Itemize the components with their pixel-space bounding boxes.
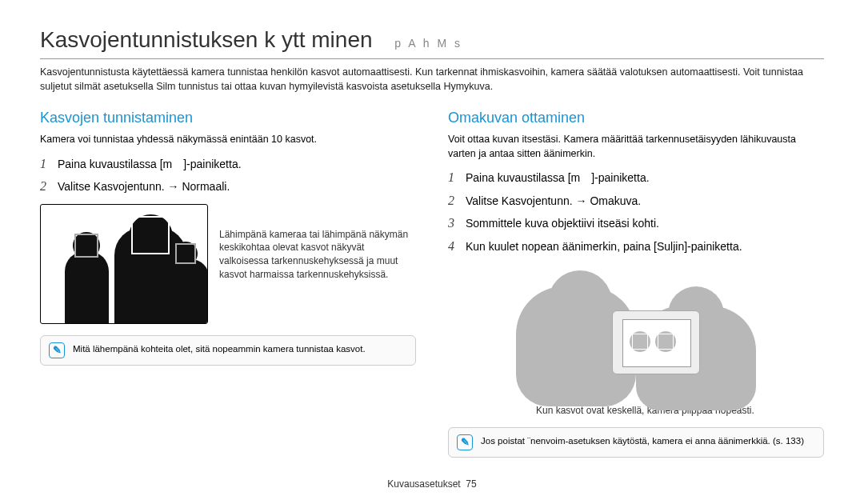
right-column: Omakuvan ottaminen Voit ottaa kuvan itse… <box>448 108 824 458</box>
left-steps: 1Paina kuvaustilassa [m ]-painiketta. 2V… <box>40 155 416 196</box>
self-portrait-illustration <box>516 266 756 402</box>
page-footer: Kuvausasetukset 75 <box>0 478 864 491</box>
figure-row: Lähimpänä kameraa tai lähimpänä näkymän … <box>40 204 416 324</box>
left-heading: Kasvojen tunnistaminen <box>40 108 416 128</box>
list-item: 3Sommittele kuva objektiivi itseäsi koht… <box>448 214 824 232</box>
step-number: 2 <box>448 192 466 210</box>
camera-icon <box>612 310 700 374</box>
step-text: Paina kuvaustilassa [m ]-painiketta. <box>58 157 416 173</box>
note-box: ✎ Mitä lähempänä kohteita olet, sitä nop… <box>40 335 416 366</box>
list-item: 1Paina kuvaustilassa [m ]-painiketta. <box>448 169 824 186</box>
step-text: Sommittele kuva objektiivi itseäsi kohti… <box>466 216 824 232</box>
intro-paragraph: Kasvojentunnistusta käytettäessä kamera … <box>40 66 824 94</box>
step-number: 1 <box>448 169 466 186</box>
figure-caption: Lähimpänä kameraa tai lähimpänä näkymän … <box>219 204 416 282</box>
left-desc: Kamera voi tunnistaa yhdessä näkymässä e… <box>40 133 416 147</box>
step-number: 1 <box>40 155 58 173</box>
mode-indicators: p A h M s <box>394 37 462 50</box>
step-number: 4 <box>448 238 466 255</box>
note-text: Jos poistat ¨nenvoim-asetuksen käytöstä,… <box>481 434 804 447</box>
page-title: Kasvojentunnistuksen k ytt minen p A h M… <box>40 24 824 59</box>
step-text: Kun kuulet nopean äänimerkin, paina [Sul… <box>466 239 824 255</box>
title-text: Kasvojentunnistuksen k ytt minen <box>40 27 373 52</box>
step-number: 2 <box>40 178 58 195</box>
left-column: Kasvojen tunnistaminen Kamera voi tunnis… <box>40 108 416 458</box>
step-text: Valitse Kasvojentunn. → Omakuva. <box>466 194 824 210</box>
note-icon: ✎ <box>457 434 473 450</box>
right-steps: 1Paina kuvaustilassa [m ]-painiketta. 2V… <box>448 169 824 255</box>
two-column-layout: Kasvojen tunnistaminen Kamera voi tunnis… <box>40 108 824 458</box>
list-item: 1Paina kuvaustilassa [m ]-painiketta. <box>40 155 416 173</box>
footer-page: 75 <box>466 478 476 490</box>
list-item: 2Valitse Kasvojentunn. → Omakuva. <box>448 192 824 210</box>
step-text: Paina kuvaustilassa [m ]-painiketta. <box>466 170 824 186</box>
step-number: 3 <box>448 214 466 232</box>
note-text: Mitä lähempänä kohteita olet, sitä nopea… <box>73 342 366 355</box>
face-detection-illustration <box>40 204 208 324</box>
right-desc: Voit ottaa kuvan itsestäsi. Kamera määri… <box>448 133 824 161</box>
right-heading: Omakuvan ottaminen <box>448 108 824 128</box>
note-box: ✎ Jos poistat ¨nenvoim-asetuksen käytöst… <box>448 427 824 458</box>
list-item: 2Valitse Kasvojentunn. → Normaali. <box>40 178 416 195</box>
step-text: Valitse Kasvojentunn. → Normaali. <box>58 179 416 195</box>
note-icon: ✎ <box>49 342 65 358</box>
footer-section: Kuvausasetukset <box>387 478 460 490</box>
list-item: 4Kun kuulet nopean äänimerkin, paina [Su… <box>448 238 824 255</box>
